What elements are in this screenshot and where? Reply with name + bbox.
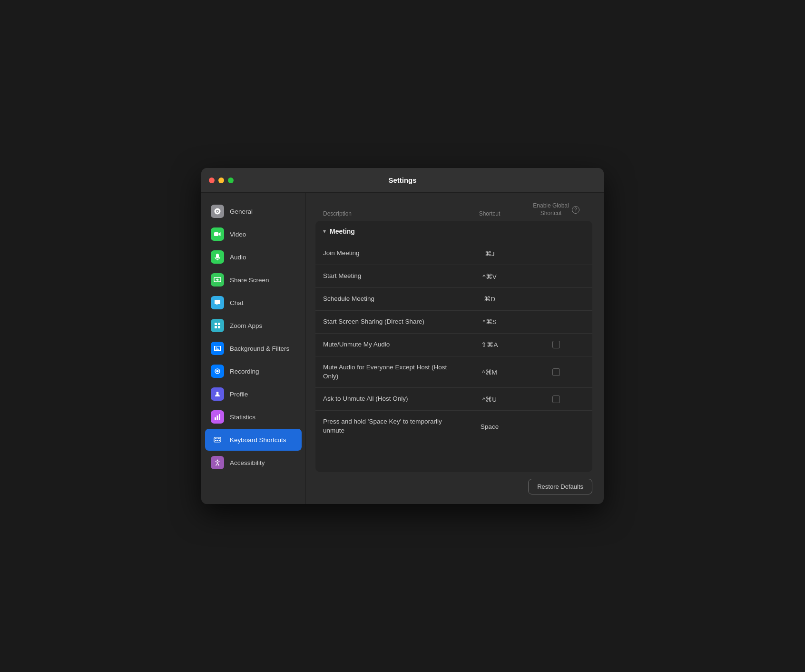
shortcut-key-start-meeting: ^⌘V: [452, 273, 528, 280]
svg-rect-20: [216, 440, 218, 441]
recording-icon: [211, 365, 224, 378]
sidebar-item-general-label: General: [230, 208, 296, 215]
sidebar-item-share-screen[interactable]: Share Screen: [205, 269, 302, 291]
window-title: Settings: [388, 176, 416, 184]
chevron-down-icon: ▾: [323, 228, 326, 235]
sidebar-item-accessibility-label: Accessibility: [230, 459, 296, 466]
sidebar-item-zoom-apps-label: Zoom Apps: [230, 322, 296, 329]
sidebar-item-chat[interactable]: Chat: [205, 292, 302, 314]
shortcut-key-schedule-meeting: ⌘D: [452, 295, 528, 303]
svg-point-0: [217, 211, 218, 212]
svg-point-22: [217, 460, 218, 461]
profile-icon: [211, 387, 224, 401]
global-checkbox-mute-unmute[interactable]: [552, 341, 560, 348]
col-global-label: Enable GlobalShortcut: [533, 202, 569, 217]
keyboard-shortcuts-icon: [211, 433, 224, 446]
sidebar-item-video-label: Video: [230, 231, 296, 238]
main-area: Description Shortcut Enable GlobalShortc…: [306, 193, 604, 504]
video-icon: [211, 227, 224, 241]
shortcut-desc-start-meeting: Start Meeting: [323, 272, 452, 281]
sidebar-item-profile-label: Profile: [230, 391, 296, 398]
audio-icon: [211, 250, 224, 264]
shortcut-row-start-screen-sharing: Start Screen Sharing (Direct Share)^⌘S: [315, 310, 592, 333]
shortcut-desc-ask-unmute: Ask to Unmute All (Host Only): [323, 395, 452, 404]
content-area: GeneralVideoAudioShare ScreenChatZoom Ap…: [201, 193, 604, 504]
titlebar: Settings: [201, 168, 604, 193]
shortcut-desc-space-unmute: Press and hold 'Space Key' to temporaril…: [323, 417, 452, 435]
svg-rect-18: [219, 438, 220, 439]
sidebar-item-bg-filters[interactable]: Background & Filters: [205, 337, 302, 359]
chat-icon: [211, 296, 224, 309]
sidebar-item-video[interactable]: Video: [205, 223, 302, 245]
svg-rect-15: [215, 438, 216, 439]
shortcut-row-join-meeting: Join Meeting⌘J: [315, 242, 592, 265]
sidebar-item-statistics-label: Statistics: [230, 414, 296, 421]
general-icon: [211, 205, 224, 218]
svg-rect-11: [215, 417, 216, 420]
sidebar-item-statistics[interactable]: Statistics: [205, 406, 302, 428]
shortcut-key-ask-unmute: ^⌘U: [452, 395, 528, 403]
share-screen-icon: [211, 273, 224, 287]
shortcut-desc-join-meeting: Join Meeting: [323, 249, 452, 258]
shortcuts-panel: ▾ Meeting Join Meeting⌘JStart Meeting^⌘V…: [315, 221, 592, 472]
shortcut-desc-mute-everyone: Mute Audio for Everyone Except Host (Hos…: [323, 363, 452, 381]
sidebar-item-profile[interactable]: Profile: [205, 383, 302, 405]
sidebar-item-recording-label: Recording: [230, 368, 296, 375]
svg-rect-21: [219, 440, 220, 441]
traffic-lights: [209, 178, 234, 183]
sidebar-item-accessibility[interactable]: Accessibility: [205, 452, 302, 474]
svg-rect-13: [219, 414, 220, 420]
shortcut-row-space-unmute: Press and hold 'Space Key' to temporaril…: [315, 410, 592, 442]
statistics-icon: [211, 410, 224, 424]
section-meeting-title: Meeting: [330, 227, 355, 235]
shortcut-desc-mute-unmute: Mute/Unmute My Audio: [323, 340, 452, 349]
shortcut-row-start-meeting: Start Meeting^⌘V: [315, 265, 592, 287]
shortcut-key-start-screen-sharing: ^⌘S: [452, 318, 528, 326]
settings-window: Settings GeneralVideoAudioShare ScreenCh…: [201, 168, 604, 504]
svg-rect-12: [217, 415, 218, 420]
svg-rect-5: [215, 326, 217, 328]
shortcut-global-mute-unmute[interactable]: [528, 341, 585, 348]
section-meeting-header[interactable]: ▾ Meeting: [315, 221, 592, 242]
global-checkbox-mute-everyone[interactable]: [552, 368, 560, 376]
bg-filters-icon: [211, 342, 224, 355]
svg-rect-19: [215, 440, 216, 441]
shortcut-key-join-meeting: ⌘J: [452, 250, 528, 257]
table-header: Description Shortcut Enable GlobalShortc…: [315, 202, 592, 221]
svg-rect-17: [218, 438, 219, 439]
col-shortcut-header: Shortcut: [452, 210, 528, 217]
sidebar-item-general[interactable]: General: [205, 200, 302, 222]
sidebar-item-keyboard-shortcuts[interactable]: Keyboard Shortcuts: [205, 429, 302, 451]
accessibility-icon: [211, 456, 224, 469]
sidebar-item-audio[interactable]: Audio: [205, 246, 302, 268]
shortcut-row-mute-unmute: Mute/Unmute My Audio⇧⌘A: [315, 333, 592, 356]
shortcut-key-mute-everyone: ^⌘M: [452, 368, 528, 376]
minimize-button[interactable]: [218, 178, 224, 183]
sidebar-item-audio-label: Audio: [230, 254, 296, 261]
sidebar-item-chat-label: Chat: [230, 299, 296, 306]
shortcut-global-ask-unmute[interactable]: [528, 395, 585, 403]
svg-rect-1: [214, 232, 218, 236]
shortcut-row-mute-everyone: Mute Audio for Everyone Except Host (Hos…: [315, 356, 592, 388]
svg-rect-16: [216, 438, 217, 439]
close-button[interactable]: [209, 178, 215, 183]
zoom-apps-icon: [211, 319, 224, 332]
help-icon[interactable]: ?: [572, 206, 579, 214]
sidebar: GeneralVideoAudioShare ScreenChatZoom Ap…: [201, 193, 306, 504]
maximize-button[interactable]: [228, 178, 234, 183]
shortcuts-scroll[interactable]: ▾ Meeting Join Meeting⌘JStart Meeting^⌘V…: [315, 221, 592, 472]
sidebar-item-recording[interactable]: Recording: [205, 360, 302, 382]
svg-point-7: [216, 347, 217, 348]
svg-rect-3: [215, 323, 217, 325]
shortcut-desc-schedule-meeting: Schedule Meeting: [323, 295, 452, 304]
shortcut-key-space-unmute: Space: [452, 423, 528, 430]
svg-rect-6: [218, 326, 220, 328]
sidebar-item-zoom-apps[interactable]: Zoom Apps: [205, 315, 302, 336]
sidebar-item-bg-filters-label: Background & Filters: [230, 345, 296, 352]
footer: Restore Defaults: [315, 472, 592, 494]
svg-point-10: [216, 392, 219, 394]
global-checkbox-ask-unmute[interactable]: [552, 395, 560, 403]
restore-defaults-button[interactable]: Restore Defaults: [528, 479, 592, 494]
shortcut-global-mute-everyone[interactable]: [528, 368, 585, 376]
sidebar-item-keyboard-shortcuts-label: Keyboard Shortcuts: [230, 436, 296, 444]
